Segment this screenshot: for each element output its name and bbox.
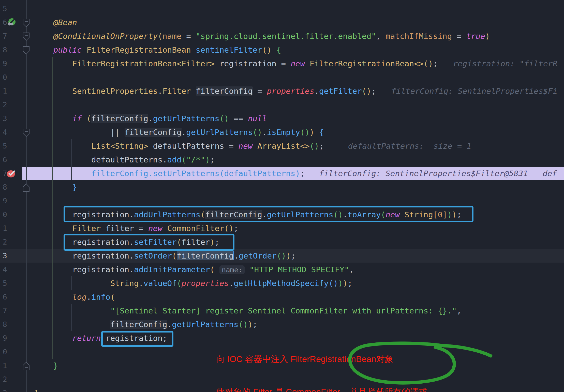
- code-text: filterConfig.getUrlPatterns());: [34, 318, 564, 331]
- line-number: 7: [0, 167, 7, 180]
- line-number: 3: [0, 112, 7, 125]
- spring-bean-icon[interactable]: [7, 18, 16, 27]
- fold-marker-icon[interactable]: [22, 128, 30, 137]
- code-text: String.valueOf(properties.getHttpMethodS…: [34, 276, 564, 290]
- line-number: 3: [0, 386, 7, 392]
- red-annotation-line2: 此对象的 Filter 是 CommonFilter 并且拦截所有的请求: [216, 386, 427, 392]
- fold-marker-icon[interactable]: [22, 45, 30, 54]
- code-line[interactable]: 2: [0, 98, 564, 112]
- line-number: 0: [0, 208, 7, 221]
- line-number: 1: [0, 221, 7, 235]
- code-text: if (filterConfig.getUrlPatterns() == nul…: [34, 112, 564, 125]
- line-number: 4: [0, 263, 7, 276]
- code-text: defaultPatterns.add("/*");: [34, 153, 564, 167]
- code-line[interactable]: 7 filterConfig.setUrlPatterns(defaultPat…: [0, 167, 564, 180]
- line-number: 3: [0, 249, 7, 263]
- line-number: 5: [0, 276, 7, 290]
- code-text: filterConfig.setUrlPatterns(defaultPatte…: [34, 167, 564, 180]
- code-text: }: [34, 180, 564, 194]
- line-number: 5: [0, 2, 7, 16]
- line-number: 7: [0, 29, 7, 43]
- fold-marker-icon[interactable]: [22, 18, 30, 27]
- code-line[interactable]: 6 @Bean: [0, 16, 564, 29]
- code-line[interactable]: 4 registration.addInitParameter( name: "…: [0, 263, 564, 276]
- code-line[interactable]: 5 List<String> defaultPatterns = new Arr…: [0, 139, 564, 153]
- annotation-box-setfilter: [64, 234, 234, 251]
- line-number: 1: [0, 359, 7, 372]
- inlay-hint: defaultPatterns: size = 1: [348, 141, 471, 150]
- code-text: @Bean: [34, 16, 564, 29]
- fold-marker-icon[interactable]: [22, 361, 30, 370]
- code-line[interactable]: 1 Filter filter = new CommonFilter();: [0, 221, 564, 235]
- code-text: SentinelProperties.Filter filterConfig =…: [34, 84, 564, 98]
- line-number: 6: [0, 290, 7, 304]
- red-annotation-note: 向 IOC 容器中注入 FilterRegistrationBean对象 此对象…: [216, 332, 427, 392]
- code-line[interactable]: 6 log.info(: [0, 290, 564, 304]
- code-text: FilterRegistrationBean<Filter> registrat…: [34, 57, 564, 70]
- code-line[interactable]: 8 public FilterRegistrationBean sentinel…: [0, 43, 564, 57]
- inlay-hint: registration: "filterR: [453, 59, 557, 68]
- inlay-hint: def: [543, 169, 557, 178]
- inlay-hint: filterConfig: SentinelProperties$Fi: [391, 86, 557, 96]
- fold-marker-icon[interactable]: [22, 32, 30, 41]
- gutter-fold-line: [26, 0, 27, 392]
- code-line[interactable]: 6 defaultPatterns.add("/*");: [0, 153, 564, 167]
- line-number: 5: [0, 139, 7, 153]
- breakpoint-icon[interactable]: [7, 169, 16, 178]
- line-number: 2: [0, 372, 7, 386]
- inlay-hint: filterConfig: SentinelProperties$Filter@…: [319, 169, 528, 178]
- annotation-box-addurlpatterns: [64, 206, 473, 222]
- code-text: log.info(: [34, 290, 564, 304]
- fold-marker-icon[interactable]: [22, 183, 30, 192]
- code-line[interactable]: 5 String.valueOf(properties.getHttpMetho…: [0, 276, 564, 290]
- code-line[interactable]: 5: [0, 2, 564, 16]
- line-number: 6: [0, 153, 7, 167]
- code-line[interactable]: 3 registration.setOrder(filterConfig.get…: [0, 249, 564, 263]
- code-editor[interactable]: 56 @Bean7 @ConditionalOnProperty(name = …: [0, 0, 564, 392]
- code-text: registration.addInitParameter( name: "HT…: [34, 263, 564, 277]
- line-number: 8: [0, 180, 7, 194]
- code-text: public FilterRegistrationBean sentinelFi…: [34, 43, 564, 57]
- line-number: 2: [0, 235, 7, 249]
- line-number: 0: [0, 345, 7, 359]
- line-number: 2: [0, 98, 7, 112]
- code-text: || filterConfig.getUrlPatterns().isEmpty…: [34, 125, 564, 139]
- code-line[interactable]: 7 "[Sentinel Starter] register Sentinel …: [0, 304, 564, 318]
- line-number: 4: [0, 125, 7, 139]
- line-number: 1: [0, 84, 7, 98]
- line-number: 8: [0, 318, 7, 331]
- code-line[interactable]: 0: [0, 70, 564, 84]
- code-text: List<String> defaultPatterns = new Array…: [34, 139, 564, 153]
- code-text: registration.setOrder(filterConfig.getOr…: [34, 249, 564, 263]
- code-line[interactable]: 9: [0, 194, 564, 208]
- line-number: 7: [0, 304, 7, 318]
- line-number: 9: [0, 57, 7, 70]
- code-line[interactable]: 3 if (filterConfig.getUrlPatterns() == n…: [0, 112, 564, 125]
- code-line[interactable]: 9 FilterRegistrationBean<Filter> registr…: [0, 57, 564, 70]
- line-number: 8: [0, 43, 7, 57]
- code-line[interactable]: 7 @ConditionalOnProperty(name = "spring.…: [0, 29, 564, 43]
- annotation-box-return-registration: [101, 331, 173, 347]
- code-line[interactable]: 1 SentinelProperties.Filter filterConfig…: [0, 84, 564, 98]
- line-number: 9: [0, 331, 7, 345]
- line-number: 6: [0, 16, 7, 29]
- code-text: @ConditionalOnProperty(name = "spring.cl…: [34, 29, 564, 43]
- code-text: Filter filter = new CommonFilter();: [34, 221, 564, 235]
- line-number: 0: [0, 70, 7, 84]
- code-line[interactable]: 8 filterConfig.getUrlPatterns());: [0, 318, 564, 331]
- red-annotation-line1: 向 IOC 容器中注入 FilterRegistrationBean对象: [216, 354, 427, 365]
- code-line[interactable]: 8 }: [0, 180, 564, 194]
- code-text: "[Sentinel Starter] register Sentinel Co…: [34, 304, 564, 318]
- code-line[interactable]: 4 || filterConfig.getUrlPatterns().isEmp…: [0, 125, 564, 139]
- line-number: 9: [0, 194, 7, 208]
